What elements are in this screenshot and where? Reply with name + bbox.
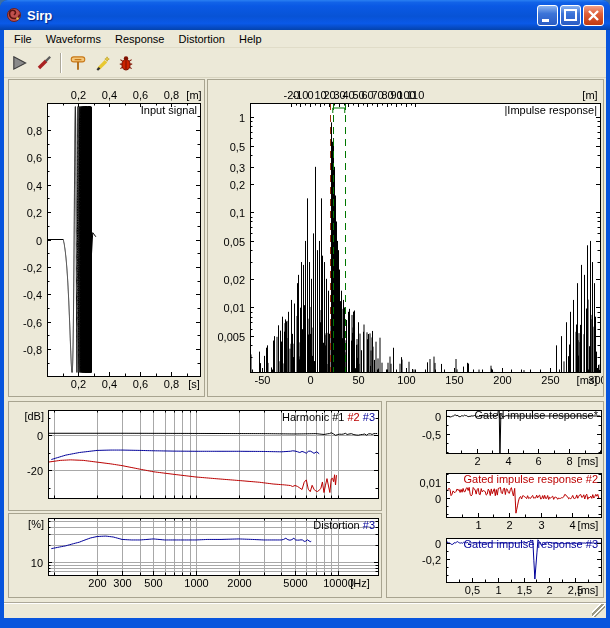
window-border-bottom	[0, 618, 610, 628]
generator-button[interactable]	[66, 51, 90, 75]
resize-grip[interactable]	[592, 604, 605, 617]
pencil-button[interactable]	[90, 51, 114, 75]
status-bar	[4, 602, 606, 618]
menu-waveforms[interactable]: Waveforms	[39, 31, 108, 47]
toolbar	[4, 48, 606, 78]
distortion-panel	[8, 513, 382, 598]
minimize-button[interactable]	[537, 5, 558, 26]
menu-help[interactable]: Help	[232, 31, 269, 47]
impulse-response-panel	[207, 79, 604, 397]
screwdriver-icon	[35, 54, 53, 72]
impulse-response-plot[interactable]	[208, 80, 603, 396]
debug-button[interactable]	[114, 51, 138, 75]
menubar: File Waveforms Response Distortion Help	[4, 30, 606, 48]
menu-response[interactable]: Response	[108, 31, 172, 47]
input-signal-panel	[8, 79, 205, 397]
harmonic-panel	[8, 401, 382, 511]
app-icon	[6, 7, 22, 23]
generator-icon	[69, 54, 87, 72]
gated-impulse-plots[interactable]	[387, 402, 603, 597]
titlebar[interactable]: Sirp	[0, 0, 610, 30]
client-area: File Waveforms Response Distortion Help	[4, 30, 606, 618]
menu-distortion[interactable]: Distortion	[172, 31, 232, 47]
window-title: Sirp	[27, 8, 537, 23]
input-signal-plot[interactable]	[9, 80, 204, 396]
toolbar-separator	[60, 53, 62, 73]
menu-file[interactable]: File	[7, 31, 39, 47]
harmonic-plot[interactable]	[9, 402, 381, 510]
play-button[interactable]	[8, 51, 32, 75]
distortion-plot[interactable]	[9, 514, 381, 597]
play-icon	[11, 54, 29, 72]
maximize-button[interactable]	[560, 5, 581, 26]
debug-icon	[117, 54, 135, 72]
close-button[interactable]	[583, 5, 604, 26]
screwdriver-button[interactable]	[32, 51, 56, 75]
gated-impulse-panel	[386, 401, 604, 598]
app-window: Sirp File Waveforms Response Distortion …	[0, 0, 610, 628]
window-border-right	[606, 30, 610, 628]
pencil-icon	[93, 54, 111, 72]
